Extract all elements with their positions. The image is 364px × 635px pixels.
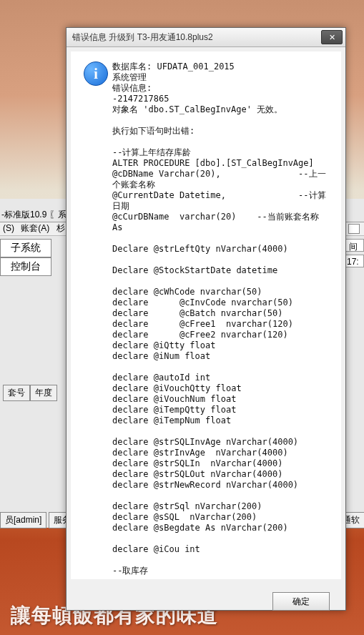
dialog-content: i 数据库名: UFDATA_001_2015 系统管理 错误信息: -2147… — [71, 51, 341, 579]
bg-status-year[interactable]: 年度 — [30, 385, 57, 401]
bg-win-max-icon[interactable] — [348, 224, 360, 234]
bg-menu-3[interactable]: 杉 — [56, 223, 65, 233]
bg-cell-subsystem[interactable]: 子系统 — [0, 239, 51, 257]
bg-app-title: -标准版10.9 〖系 — [1, 209, 67, 221]
bg-status-user: 员[admin] — [0, 512, 46, 528]
dialog-title: 错误信息 升级到 T3-用友通10.8plus2 — [72, 31, 321, 44]
bg-left-cells: 子系统 控制台 — [0, 239, 51, 276]
info-icon: i — [84, 61, 108, 86]
close-icon: ✕ — [329, 33, 335, 42]
bg-menu-s[interactable]: (S) — [3, 223, 14, 233]
error-dialog: 错误信息 升级到 T3-用友通10.8plus2 ✕ i 数据库名: UFDAT… — [66, 27, 346, 611]
dialog-titlebar[interactable]: 错误信息 升级到 T3-用友通10.8plus2 ✕ — [67, 28, 345, 47]
ok-button[interactable]: 确定 — [272, 592, 330, 611]
bg-cell-console[interactable]: 控制台 — [0, 257, 51, 276]
bg-status-set[interactable]: 套号 — [3, 385, 30, 401]
dialog-button-bar: 确定 — [67, 584, 345, 619]
close-button[interactable]: ✕ — [321, 30, 343, 44]
error-message: 数据库名: UFDATA_001_2015 系统管理 错误信息: -214721… — [112, 61, 328, 576]
bg-menu-a[interactable]: 账套(A) — [21, 223, 49, 233]
